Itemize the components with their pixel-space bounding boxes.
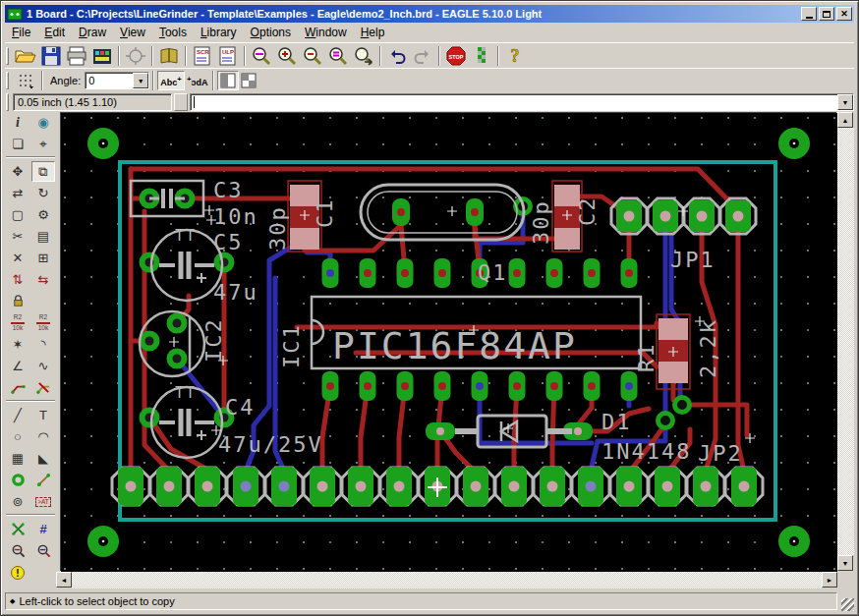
pad-hole[interactable]: [509, 481, 520, 492]
tool-value-icon[interactable]: R210k: [31, 312, 55, 333]
board-label[interactable]: PIC16F84AP: [332, 324, 577, 367]
quadrant-all-button[interactable]: [239, 71, 258, 90]
tool-rect-icon[interactable]: ▦: [6, 448, 29, 469]
pad-hole[interactable]: [586, 481, 597, 492]
pad-hole[interactable]: [471, 208, 479, 216]
maximize-button[interactable]: [819, 7, 834, 21]
tool-smash-icon[interactable]: ✶: [6, 334, 29, 355]
tool-move-icon[interactable]: ✥: [6, 161, 29, 182]
open-icon[interactable]: [13, 45, 38, 67]
pad-hole[interactable]: [364, 269, 372, 277]
menu-window[interactable]: Window: [298, 24, 354, 42]
pad-hole[interactable]: [145, 337, 154, 346]
minimize-button[interactable]: [801, 7, 817, 21]
quadrant-left-button[interactable]: [217, 71, 239, 90]
tool-display-icon[interactable]: ❏: [6, 134, 29, 154]
board-label[interactable]: JP1: [670, 248, 716, 272]
toolbar-grip[interactable]: [6, 93, 9, 111]
pad-hole[interactable]: [241, 481, 252, 492]
pad-hole[interactable]: [126, 481, 137, 492]
pad-hole[interactable]: [279, 481, 290, 492]
pad-hole[interactable]: [625, 382, 633, 390]
go-icon[interactable]: [469, 45, 494, 67]
tool-polygon-icon[interactable]: ◣: [31, 448, 55, 469]
vertical-scrollbar-track[interactable]: [837, 128, 854, 555]
tool-wire-icon[interactable]: ╱: [6, 405, 29, 425]
pad-hole[interactable]: [317, 481, 328, 492]
zoom-redraw-icon[interactable]: [351, 45, 376, 67]
pad-hole[interactable]: [364, 382, 372, 390]
pad-hole[interactable]: [660, 211, 671, 222]
tool-route-icon[interactable]: [6, 377, 29, 398]
tool-cut-icon[interactable]: ✂: [6, 226, 29, 247]
close-button[interactable]: ✕: [836, 7, 852, 21]
board-label[interactable]: 2,2k: [696, 318, 720, 378]
pad-hole[interactable]: [476, 382, 484, 390]
scroll-up-icon[interactable]: ▲: [837, 112, 853, 128]
pad-hole[interactable]: [513, 269, 521, 277]
board-label[interactable]: R1: [634, 343, 659, 373]
command-input[interactable]: ▼: [190, 93, 854, 111]
tool-delete-icon[interactable]: ✕: [6, 248, 29, 268]
tool-split-icon[interactable]: ∠: [6, 356, 29, 376]
board-label[interactable]: C1: [313, 198, 337, 229]
tool-paste-icon[interactable]: ▤: [31, 226, 55, 247]
zoom-out-icon[interactable]: [300, 45, 325, 67]
pad-hole[interactable]: [625, 269, 633, 277]
tool-group-icon[interactable]: ▢: [6, 204, 29, 225]
pad-hole[interactable]: [513, 382, 521, 390]
pad-hole[interactable]: [438, 269, 446, 277]
print-icon[interactable]: [64, 45, 89, 67]
library-use-icon[interactable]: [156, 45, 182, 67]
pad-hole[interactable]: [202, 481, 213, 492]
pad-hole[interactable]: [697, 211, 708, 222]
pad-hole[interactable]: [401, 382, 409, 390]
pad-hole[interactable]: [574, 427, 582, 435]
stop-icon[interactable]: STOP: [443, 45, 469, 67]
board-label[interactable]: IC2: [201, 317, 226, 363]
help-icon[interactable]: ?: [502, 45, 528, 67]
tool-name-icon[interactable]: R210k: [6, 312, 29, 333]
tool-attribute-icon[interactable]: >AT: [31, 491, 55, 512]
via[interactable]: [675, 398, 690, 413]
pad-hole[interactable]: [356, 481, 367, 492]
pad-hole[interactable]: [624, 481, 635, 492]
zoom-fit-icon[interactable]: [249, 45, 274, 67]
pad-hole[interactable]: [550, 382, 558, 390]
angle-dropdown-icon[interactable]: ▼: [133, 73, 148, 88]
board-label[interactable]: D1: [601, 410, 632, 434]
tool-copy-icon[interactable]: ⧉: [31, 161, 55, 182]
tool-arc-icon[interactable]: ◠: [31, 426, 55, 447]
tool-hole-icon[interactable]: ⊚: [6, 491, 29, 512]
toolbar-grip[interactable]: [174, 93, 188, 111]
tool-signal-icon[interactable]: [31, 470, 55, 490]
horizontal-scrollbar[interactable]: ◄ ►: [56, 572, 837, 588]
tool-lock-icon[interactable]: [6, 291, 29, 311]
tool-mark-icon[interactable]: ⌖: [31, 134, 55, 154]
menu-options[interactable]: Options: [244, 24, 298, 42]
board-label[interactable]: 30p: [265, 205, 290, 251]
tool-erc-icon[interactable]: [31, 540, 55, 561]
pad-hole[interactable]: [173, 319, 182, 328]
board-label[interactable]: 1N4148: [601, 439, 691, 464]
tool-rotate-icon[interactable]: ↻: [31, 183, 55, 203]
pad-hole[interactable]: [588, 269, 596, 277]
resize-grip[interactable]: [841, 598, 854, 611]
text-orientation-mirror-button[interactable]: Abc+: [185, 71, 209, 90]
pad-hole[interactable]: [550, 269, 558, 277]
tool-text-icon[interactable]: T: [31, 405, 55, 425]
pad-hole[interactable]: [701, 481, 712, 492]
pad-hole[interactable]: [438, 382, 446, 390]
tool-change-icon[interactable]: ⚙: [31, 204, 55, 225]
tool-mirror-icon[interactable]: ⇄: [6, 183, 29, 203]
board-label[interactable]: TT: [175, 227, 197, 245]
menu-view[interactable]: View: [113, 24, 152, 42]
pad-hole[interactable]: [401, 269, 409, 277]
zoom-in-icon[interactable]: [274, 45, 300, 67]
cam-processor-icon[interactable]: [89, 45, 115, 67]
board-label[interactable]: 47u: [213, 280, 258, 305]
board-label[interactable]: C3: [213, 178, 244, 202]
pad-hole[interactable]: [624, 211, 635, 222]
menu-help[interactable]: Help: [354, 24, 392, 42]
menu-file[interactable]: File: [5, 24, 37, 42]
